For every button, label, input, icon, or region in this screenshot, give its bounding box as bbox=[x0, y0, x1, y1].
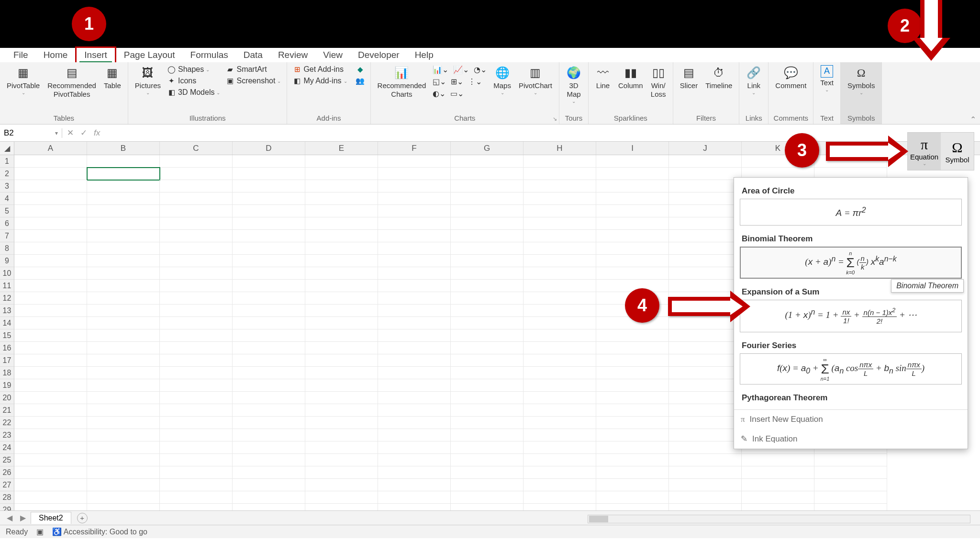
cell[interactable] bbox=[378, 504, 451, 510]
column-header[interactable]: G bbox=[451, 142, 523, 155]
cell[interactable] bbox=[523, 280, 596, 292]
cell[interactable] bbox=[523, 454, 596, 466]
cell[interactable] bbox=[233, 379, 305, 392]
cell[interactable] bbox=[160, 267, 233, 280]
cell[interactable] bbox=[305, 255, 378, 267]
column-header[interactable]: A bbox=[14, 142, 87, 155]
row-header[interactable]: 2 bbox=[0, 168, 14, 180]
cell[interactable] bbox=[305, 280, 378, 292]
cell[interactable] bbox=[233, 317, 305, 329]
cell[interactable] bbox=[233, 342, 305, 354]
cell[interactable] bbox=[378, 329, 451, 342]
cell[interactable] bbox=[87, 317, 160, 329]
cell[interactable] bbox=[160, 280, 233, 292]
cell[interactable] bbox=[160, 354, 233, 367]
row-header[interactable]: 14 bbox=[0, 317, 14, 329]
tab-home[interactable]: Home bbox=[36, 48, 76, 62]
cell[interactable] bbox=[305, 454, 378, 466]
cell[interactable] bbox=[87, 192, 160, 205]
cell[interactable] bbox=[160, 479, 233, 491]
cell[interactable] bbox=[669, 454, 742, 466]
table-button[interactable]: ▦Table bbox=[101, 64, 124, 91]
cell[interactable] bbox=[160, 404, 233, 417]
cell[interactable] bbox=[451, 479, 523, 491]
cell[interactable] bbox=[378, 230, 451, 242]
cell[interactable] bbox=[378, 317, 451, 329]
cell[interactable] bbox=[305, 192, 378, 205]
cell[interactable] bbox=[87, 305, 160, 317]
chart-scatter-button[interactable]: ⋮⌄ bbox=[466, 76, 484, 87]
cell[interactable] bbox=[596, 255, 669, 267]
cell[interactable] bbox=[669, 342, 742, 354]
row-header[interactable]: 12 bbox=[0, 292, 14, 305]
cell[interactable] bbox=[233, 479, 305, 491]
cell[interactable] bbox=[596, 404, 669, 417]
cell[interactable] bbox=[378, 217, 451, 230]
cell[interactable] bbox=[596, 180, 669, 192]
cell[interactable] bbox=[160, 168, 233, 180]
cell[interactable] bbox=[451, 155, 523, 168]
timeline-button[interactable]: ⏱Timeline bbox=[702, 64, 735, 91]
ink-equation[interactable]: ✎ Ink Equation bbox=[734, 429, 968, 449]
cell[interactable] bbox=[596, 168, 669, 180]
macro-recorder-icon[interactable]: ▣ bbox=[36, 527, 44, 536]
pivotchart-button[interactable]: ▥PivotChart⌄ bbox=[516, 64, 555, 97]
cell[interactable] bbox=[596, 230, 669, 242]
cell[interactable] bbox=[14, 429, 87, 441]
cell[interactable] bbox=[14, 317, 87, 329]
cell[interactable] bbox=[14, 168, 87, 180]
cell[interactable] bbox=[87, 417, 160, 429]
row-header[interactable]: 25 bbox=[0, 454, 14, 466]
chart-hier-button[interactable]: ◱⌄ bbox=[431, 76, 448, 87]
cell[interactable] bbox=[14, 404, 87, 417]
cell[interactable] bbox=[378, 429, 451, 441]
cell[interactable] bbox=[87, 504, 160, 510]
cell[interactable] bbox=[523, 230, 596, 242]
cell[interactable] bbox=[596, 217, 669, 230]
column-header[interactable]: I bbox=[596, 142, 669, 155]
cell[interactable] bbox=[669, 168, 742, 180]
cell[interactable] bbox=[14, 342, 87, 354]
cell[interactable] bbox=[305, 317, 378, 329]
get-addins-button[interactable]: ⊞Get Add-ins bbox=[291, 64, 349, 75]
row-header[interactable]: 8 bbox=[0, 242, 14, 255]
cell[interactable] bbox=[669, 404, 742, 417]
row-header[interactable]: 9 bbox=[0, 255, 14, 267]
cell[interactable] bbox=[451, 255, 523, 267]
cell[interactable] bbox=[14, 466, 87, 479]
cell[interactable] bbox=[596, 454, 669, 466]
recommended-pivottables-button[interactable]: ▤Recommended PivotTables bbox=[45, 64, 99, 100]
chart-line-button[interactable]: 📈⌄ bbox=[451, 64, 471, 75]
horizontal-scrollbar[interactable] bbox=[588, 515, 970, 523]
cell[interactable] bbox=[523, 305, 596, 317]
cell[interactable] bbox=[451, 317, 523, 329]
cell[interactable] bbox=[233, 205, 305, 217]
spark-column-button[interactable]: ▮▮Column bbox=[615, 64, 646, 91]
eq-fourier-series[interactable]: f(x) = a0 + Σ∞n=1 (an cosnπxL + bn sinnπ… bbox=[740, 353, 962, 384]
cell[interactable] bbox=[14, 479, 87, 491]
cell[interactable] bbox=[742, 504, 814, 510]
cell[interactable] bbox=[596, 267, 669, 280]
row-header[interactable]: 16 bbox=[0, 342, 14, 354]
cell[interactable] bbox=[523, 379, 596, 392]
cell[interactable] bbox=[669, 217, 742, 230]
cell[interactable] bbox=[523, 180, 596, 192]
charts-dialog-launcher-icon[interactable]: ↘ bbox=[553, 116, 557, 122]
cell[interactable] bbox=[87, 155, 160, 168]
3dmap-button[interactable]: 🌍3D Map⌄ bbox=[563, 64, 584, 105]
cell[interactable] bbox=[451, 192, 523, 205]
cell[interactable] bbox=[669, 504, 742, 510]
tab-file[interactable]: File bbox=[6, 48, 36, 62]
cell[interactable] bbox=[87, 491, 160, 504]
chart-combo-button[interactable]: ◐⌄ bbox=[431, 88, 447, 99]
cell[interactable] bbox=[233, 429, 305, 441]
cell[interactable] bbox=[305, 342, 378, 354]
cell[interactable] bbox=[451, 292, 523, 305]
sheet-nav-prev[interactable]: ◀ bbox=[4, 513, 15, 522]
cell[interactable] bbox=[451, 280, 523, 292]
name-box[interactable]: B2 ▾ bbox=[0, 128, 62, 138]
cell[interactable] bbox=[305, 242, 378, 255]
cell[interactable] bbox=[233, 454, 305, 466]
cell[interactable] bbox=[669, 242, 742, 255]
cell[interactable] bbox=[160, 429, 233, 441]
